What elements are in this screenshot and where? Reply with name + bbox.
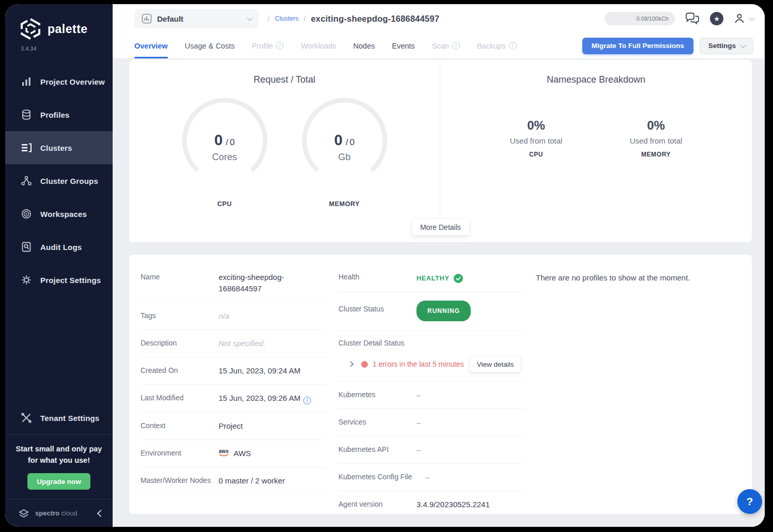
tab-workloads: Workloads: [301, 33, 336, 58]
project-selector[interactable]: Default: [134, 9, 258, 28]
status-row-agent-version: Agent version 3.4.9/20230525.2241: [338, 491, 524, 519]
chat-button[interactable]: [685, 12, 700, 25]
chevron-down-icon: [247, 15, 253, 21]
brand-name: palette: [48, 22, 88, 36]
view-details-button[interactable]: View details: [470, 356, 521, 372]
cluster-groups-icon: [21, 175, 32, 186]
namespace-breakdown-title: Namespace Breakdown: [440, 74, 752, 85]
sidebar-item-workspaces[interactable]: Workspaces: [5, 197, 113, 230]
cluster-status-column: Health HEALTHY Cluster Status RUNNING: [338, 264, 524, 519]
namespace-memory-stat: 0% Used from total MEMORY: [610, 118, 703, 158]
sidebar-collapse-icon[interactable]: [97, 509, 104, 517]
cpu-unit: Cores: [178, 152, 271, 163]
profiles-empty-message: There are no profiles to show at the mom…: [536, 273, 765, 282]
more-details-button[interactable]: More Details: [412, 219, 469, 235]
memory-total-value: 0: [350, 137, 354, 147]
workspaces-icon: [21, 208, 32, 220]
memory-unit: Gb: [298, 152, 391, 163]
sidebar-bottom: Tenant Settings Start small and only pay…: [5, 401, 113, 527]
chevron-down-icon: [749, 15, 755, 21]
credits-usage-badge: 0.08/100kCh: [605, 12, 675, 25]
cpu-gauge: 0/0 Cores CPU: [178, 91, 271, 208]
user-icon: [734, 13, 745, 24]
sidebar-item-cluster-groups[interactable]: Cluster Groups: [5, 164, 113, 197]
sidebar-item-profiles[interactable]: Profiles: [5, 98, 113, 131]
info-icon: i: [452, 42, 460, 50]
agent-version-value: 3.4.9/20230525.2241: [416, 499, 524, 510]
memory-used-percent: 0%: [610, 118, 703, 133]
cluster-details-card: Name exciting-sheepdog-1686844597 Tags n…: [129, 255, 752, 514]
topbar: Default / Clusters / exciting-sheepdog-1…: [113, 4, 765, 33]
cpu-total-value: 0: [230, 137, 235, 147]
clusters-list-icon: [21, 142, 32, 153]
sidebar: palette 3.4.34 Project Overview Profiles…: [5, 4, 113, 527]
info-row-description: Description Not specified.: [141, 330, 326, 357]
content: Request / Total 0/0 Cores CPU: [113, 59, 765, 527]
gear-icon: [21, 274, 32, 286]
memory-gauge-label: MEMORY: [298, 200, 391, 208]
help-button[interactable]: ?: [737, 489, 762, 514]
sidebar-item-clusters[interactable]: Clusters: [5, 131, 113, 164]
check-icon: [454, 274, 463, 283]
breadcrumb: / Clusters / exciting-sheepdog-168684459…: [268, 14, 439, 24]
topbar-right: 0.08/100kCh ★: [605, 12, 753, 25]
app-version: 3.4.34: [5, 40, 113, 52]
profiles-column: There are no profiles to show at the mom…: [536, 264, 765, 282]
request-total-panel: Request / Total 0/0 Cores CPU: [129, 60, 440, 242]
breadcrumb-separator: /: [304, 14, 306, 23]
tab-scan: Scani: [432, 33, 460, 58]
tab-usage-costs[interactable]: Usage & Costs: [185, 33, 235, 58]
migrate-permissions-button[interactable]: Migrate To Full Permissions: [582, 38, 693, 54]
status-row-health: Health HEALTHY: [338, 264, 524, 292]
request-total-title: Request / Total: [129, 74, 440, 85]
footer-brand-2: cloud: [61, 509, 78, 517]
spectro-cloud-logo-icon: [18, 507, 30, 520]
info-row-context: Context Project: [141, 413, 326, 440]
info-row-name: Name exciting-sheepdog-1686844597: [141, 264, 326, 303]
sidebar-item-tenant-settings[interactable]: Tenant Settings: [5, 401, 113, 434]
cluster-info-column: Name exciting-sheepdog-1686844597 Tags n…: [141, 264, 326, 495]
user-menu[interactable]: [734, 13, 753, 24]
breadcrumb-separator: /: [268, 14, 270, 23]
info-row-tags: Tags n/a: [141, 303, 326, 330]
palette-logo-icon: [20, 18, 41, 40]
upgrade-promo: Start small and only pay for what you us…: [5, 434, 113, 499]
promo-line1: Start small and only pay: [10, 443, 107, 455]
main-area: Default / Clusters / exciting-sheepdog-1…: [113, 4, 765, 527]
sidebar-item-audit-logs[interactable]: Audit Logs: [5, 230, 113, 263]
cpu-gauge-label: CPU: [178, 200, 271, 208]
tab-backups: Backupsi: [477, 33, 517, 58]
whats-new-button[interactable]: ★: [710, 12, 723, 25]
tools-icon: [21, 412, 32, 424]
tab-actions: Migrate To Full Permissions Settings: [582, 38, 753, 54]
health-status: HEALTHY: [416, 272, 524, 284]
aws-logo-icon: aws: [219, 449, 229, 457]
star-icon: ★: [710, 12, 723, 25]
cluster-detail-status-block: Cluster Detail Status 1 errors in the la…: [338, 331, 524, 382]
error-row: 1 errors in the last 5 minutes View deta…: [338, 356, 524, 372]
sidebar-nav: Project Overview Profiles Clusters Clust…: [5, 65, 113, 296]
breadcrumb-clusters-link[interactable]: Clusters: [275, 15, 299, 22]
overview-card: Request / Total 0/0 Cores CPU: [129, 60, 752, 242]
info-row-nodes: Master/Worker Nodes 0 master / 2 worker: [141, 467, 326, 495]
brand-logo: palette: [5, 4, 113, 40]
tab-nodes[interactable]: Nodes: [353, 33, 375, 58]
audit-logs-icon: [21, 241, 32, 253]
project-selector-value: Default: [157, 14, 183, 23]
cluster-name-value: exciting-sheepdog-1686844597: [219, 272, 326, 294]
settings-button[interactable]: Settings: [700, 38, 753, 54]
memory-gauge: 0/0 Gb MEMORY: [298, 91, 391, 208]
app-window: palette 3.4.34 Project Overview Profiles…: [5, 4, 765, 527]
tab-overview[interactable]: Overview: [134, 33, 168, 58]
upgrade-now-button[interactable]: Upgrade now: [27, 473, 90, 490]
tab-events[interactable]: Events: [392, 33, 414, 58]
running-status-badge: RUNNING: [416, 301, 471, 321]
info-row-created-on: Created On 15 Jun, 2023, 09:24 AM: [141, 357, 326, 385]
promo-line2: for what you use!: [10, 455, 107, 466]
sidebar-item-project-overview[interactable]: Project Overview: [5, 65, 113, 98]
info-row-environment: Environment aws AWS: [141, 440, 326, 467]
sidebar-item-project-settings[interactable]: Project Settings: [5, 263, 113, 296]
expand-chevron-icon[interactable]: [348, 361, 353, 367]
info-icon[interactable]: i: [303, 397, 311, 404]
database-icon: [21, 109, 32, 120]
